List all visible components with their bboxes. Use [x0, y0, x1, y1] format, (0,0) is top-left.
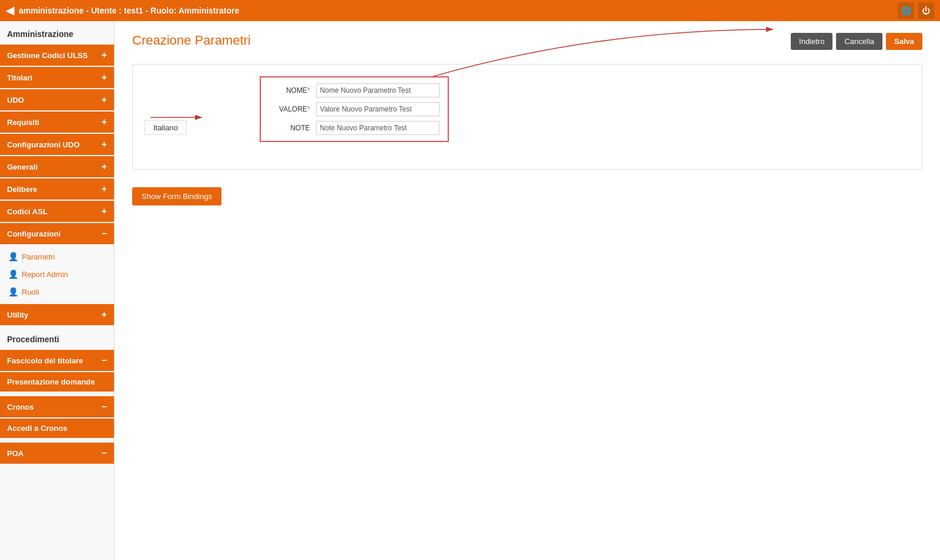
form-fields-box: NOME* VALORE* NOTE: [260, 76, 449, 142]
collapse-icon: −: [102, 355, 107, 366]
collapse-icon: −: [102, 402, 107, 412]
expand-icon: +: [102, 50, 107, 60]
expand-icon: +: [102, 139, 107, 150]
form-row-note: NOTE: [269, 121, 439, 135]
form-row-nome: NOME*: [269, 83, 439, 97]
sidebar-item-configurazioni-udo[interactable]: Configurazioni UDO +: [0, 134, 114, 155]
collapse-icon: −: [102, 228, 107, 239]
expand-icon: +: [102, 309, 107, 320]
sidebar-label: Cronos: [7, 403, 34, 411]
sidebar-label: Accedi a Cronos: [7, 424, 68, 433]
nome-label: NOME*: [269, 86, 316, 95]
annotation-arrows: [133, 65, 922, 169]
expand-icon: +: [102, 206, 107, 217]
form-panel: Italiano NOME*: [132, 64, 922, 170]
sidebar-item-requisiti[interactable]: Requisiti +: [0, 112, 114, 133]
nome-input[interactable]: [316, 83, 439, 97]
sidebar-label: Configurazioni UDO: [7, 140, 80, 149]
sidebar-item-udo[interactable]: UDO +: [0, 89, 114, 110]
globe-button[interactable]: 🌐: [898, 2, 914, 19]
show-form-bindings-button[interactable]: Show Form Bindings: [132, 187, 221, 205]
sidebar-label: POA: [7, 449, 24, 458]
sidebar-item-titolari[interactable]: Titolari +: [0, 67, 114, 88]
header-buttons: Indietro Cancella Salva: [791, 33, 922, 50]
sidebar-label: Generali: [7, 163, 38, 171]
note-label: NOTE: [269, 124, 316, 132]
sub-item-label: Ruoli: [22, 288, 39, 296]
topbar-right: 🌐 ⏻: [898, 2, 934, 19]
salva-button[interactable]: Salva: [886, 33, 922, 50]
topbar: ◀ amministrazione - Utente : test1 - Ruo…: [0, 0, 940, 21]
content-area: Creazione Parametri Indietro Cancella Sa…: [115, 21, 940, 560]
form-row-valore: VALORE*: [269, 102, 439, 116]
sidebar-item-poa[interactable]: POA −: [0, 443, 114, 464]
sidebar: Amministrazione Gestione Codici ULSS + T…: [0, 21, 115, 560]
indietro-button[interactable]: Indietro: [791, 33, 832, 50]
sidebar-label: Delibere: [7, 185, 37, 194]
sidebar-sub-report-admin[interactable]: 👤 Report Admin: [0, 265, 114, 283]
sidebar-item-utility[interactable]: Utility +: [0, 304, 114, 325]
topbar-left: ◀ amministrazione - Utente : test1 - Ruo…: [6, 4, 239, 17]
person-icon: 👤: [8, 287, 18, 296]
sidebar-label: Presentazione domande: [7, 377, 95, 386]
sub-item-label: Report Admin: [22, 270, 68, 279]
expand-icon: +: [102, 184, 107, 194]
sidebar-item-configurazioni[interactable]: Configurazioni −: [0, 223, 114, 244]
sidebar-label: UDO: [7, 96, 24, 104]
sidebar-item-presentazione[interactable]: Presentazione domande: [0, 372, 114, 392]
topbar-title: amministrazione - Utente : test1 - Ruolo…: [19, 6, 239, 15]
sidebar-label: Requisiti: [7, 118, 39, 127]
sidebar-sub-ruoli[interactable]: 👤 Ruoli: [0, 283, 114, 301]
expand-icon: +: [102, 72, 107, 83]
sidebar-item-cronos[interactable]: Cronos −: [0, 396, 114, 417]
sidebar-item-fascicolo[interactable]: Fascicolo del titolare −: [0, 350, 114, 371]
sidebar-item-generali[interactable]: Generali +: [0, 156, 114, 177]
cancella-button[interactable]: Cancella: [836, 33, 882, 50]
expand-icon: +: [102, 117, 107, 127]
sidebar-section-procedimenti: Procedimenti: [0, 326, 114, 349]
sidebar-item-codici-asl[interactable]: Codici ASL +: [0, 201, 114, 222]
sidebar-section-amministrazione: Amministrazione: [0, 21, 114, 43]
person-icon: 👤: [8, 269, 18, 279]
content-header: Creazione Parametri Indietro Cancella Sa…: [132, 33, 922, 50]
page-title: Creazione Parametri: [132, 33, 251, 48]
sidebar-item-gestione-codici-ulss[interactable]: Gestione Codici ULSS +: [0, 45, 114, 66]
sidebar-label: Fascicolo del titolare: [7, 356, 83, 365]
tab-italiano[interactable]: Italiano: [145, 120, 187, 135]
sidebar-label: Gestione Codici ULSS: [7, 51, 88, 60]
configurazioni-sub-items: 👤 Parametri 👤 Report Admin 👤 Ruoli: [0, 245, 114, 303]
valore-label: VALORE*: [269, 105, 316, 113]
note-input[interactable]: [316, 121, 439, 135]
sidebar-sub-parametri[interactable]: 👤 Parametri: [0, 248, 114, 265]
valore-input[interactable]: [316, 102, 439, 116]
sidebar-label: Configurazioni: [7, 230, 61, 238]
power-button[interactable]: ⏻: [918, 2, 934, 19]
sidebar-label: Utility: [7, 311, 28, 319]
sub-item-label: Parametri: [22, 252, 55, 261]
main-layout: Amministrazione Gestione Codici ULSS + T…: [0, 21, 940, 560]
sidebar-label: Titolari: [7, 73, 32, 82]
person-icon: 👤: [8, 252, 18, 261]
expand-icon: +: [102, 95, 107, 105]
sidebar-item-accedi-cronos[interactable]: Accedi a Cronos: [0, 419, 114, 438]
sidebar-label: Codici ASL: [7, 207, 48, 216]
sidebar-item-delibere[interactable]: Delibere +: [0, 178, 114, 200]
expand-icon: +: [102, 161, 107, 172]
back-arrow-icon[interactable]: ◀: [6, 4, 14, 17]
collapse-icon: −: [102, 448, 107, 458]
